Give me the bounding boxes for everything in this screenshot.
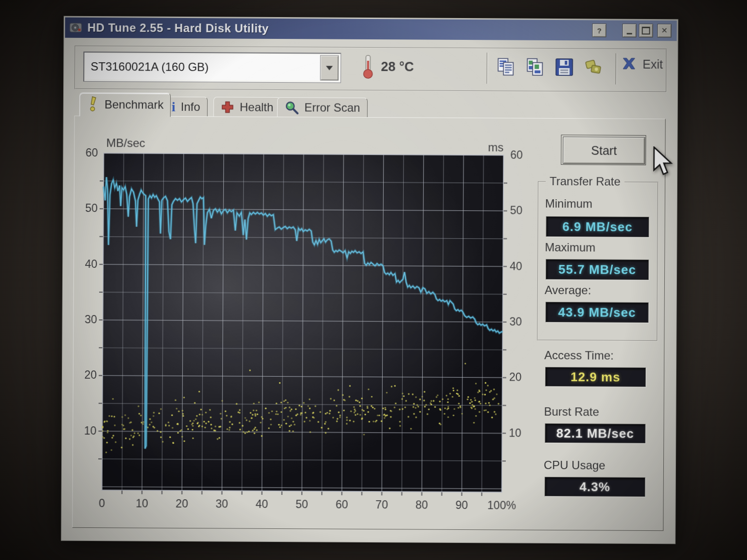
maximize-icon (642, 27, 650, 35)
tab-info[interactable]: i Info (164, 97, 208, 117)
hdtune-window: HD Tune 2.55 - Hard Disk Utility ? ✕ ST3… (61, 16, 678, 544)
x-tick: 100% (485, 499, 519, 512)
titlebar[interactable]: HD Tune 2.55 - Hard Disk Utility ? ✕ (65, 18, 677, 41)
burst-rate-value: 82.1 MB/sec (545, 423, 645, 443)
average-value: 43.9 MB/sec (546, 302, 649, 323)
left-tick: 50 (73, 202, 98, 215)
x-tick: 0 (85, 497, 119, 510)
info-icon: i (172, 100, 176, 114)
copy-image-button[interactable] (524, 56, 546, 78)
window-title: HD Tune 2.55 - Hard Disk Utility (88, 21, 269, 35)
exit-x-icon (621, 56, 637, 72)
x-tick: 80 (405, 498, 439, 511)
tab-label: Benchmark (105, 98, 164, 112)
x-tick: 70 (365, 498, 399, 511)
save-icon (554, 57, 574, 77)
access-time-label: Access Time: (544, 349, 614, 363)
minimize-icon (627, 33, 632, 34)
x-tick: 90 (445, 499, 479, 512)
x-tick: 50 (285, 498, 319, 511)
access-time-value: 12.9 ms (545, 367, 646, 387)
mouse-cursor (651, 146, 675, 177)
x-tick: 10 (125, 497, 159, 510)
average-label: Average: (545, 283, 591, 298)
maximum-label: Maximum (545, 241, 595, 255)
x-tick: 60 (325, 498, 359, 511)
left-tick: 30 (72, 313, 97, 326)
drive-selector-dropdown-button[interactable] (320, 55, 338, 80)
cpu-usage-value: 4.3% (545, 477, 645, 497)
x-tick: 40 (245, 498, 279, 511)
capture-button[interactable] (582, 56, 605, 78)
x-tick: 20 (165, 497, 199, 510)
tab-label: Error Scan (304, 101, 360, 115)
tab-error-scan[interactable]: Error Scan (277, 97, 368, 118)
drive-selector[interactable]: ST3160021A (160 GB) (83, 52, 341, 83)
left-tick: 60 (73, 146, 98, 159)
burst-rate-label: Burst Rate (544, 405, 600, 419)
left-axis-title: MB/sec (106, 136, 145, 150)
close-icon: ✕ (661, 27, 667, 35)
start-button[interactable]: Start (563, 137, 645, 164)
transfer-rate-title: Transfer Rate (546, 175, 624, 189)
right-tick: 60 (510, 149, 534, 162)
left-tick: 40 (73, 258, 97, 271)
exit-label: Exit (642, 57, 663, 71)
toolbar-separator (615, 53, 616, 85)
capture-icon (583, 57, 604, 77)
close-button[interactable]: ✕ (658, 24, 672, 37)
exit-button[interactable]: Exit (621, 56, 663, 72)
app-icon (69, 21, 83, 35)
bolt-icon (87, 96, 99, 113)
minimum-value: 6.9 MB/sec (546, 216, 649, 237)
minimize-button[interactable] (622, 24, 637, 37)
maximize-button[interactable] (639, 24, 653, 37)
minimum-label: Minimum (545, 197, 592, 211)
left-tick: 20 (72, 368, 97, 382)
thermometer-icon (359, 54, 376, 79)
drive-selector-value: ST3160021A (160 GB) (86, 54, 320, 81)
cpu-usage-label: CPU Usage (544, 458, 605, 472)
benchmark-chart (102, 153, 504, 492)
tab-label: Health (240, 101, 274, 114)
toolbar: ST3160021A (160 GB) 28 °C (74, 46, 667, 92)
tab-label: Info (181, 100, 200, 114)
save-button[interactable] (553, 56, 575, 78)
x-tick: 30 (205, 497, 239, 510)
maximum-value: 55.7 MB/sec (546, 259, 649, 280)
right-tick: 40 (510, 260, 534, 273)
right-tick: 20 (509, 371, 534, 384)
right-tick: 10 (509, 426, 533, 439)
health-cross-icon (221, 100, 234, 114)
copy-image-icon (525, 57, 545, 77)
temperature-value: 28 °C (381, 59, 414, 74)
toolbar-separator (486, 52, 487, 84)
right-tick: 30 (509, 315, 534, 329)
right-axis-title: ms (488, 140, 503, 154)
copy-text-button[interactable] (495, 55, 517, 78)
tab-benchmark[interactable]: Benchmark (79, 92, 171, 117)
chevron-down-icon (326, 66, 333, 70)
copy-text-icon (496, 56, 516, 77)
magnifier-icon (285, 100, 299, 115)
left-tick: 10 (72, 424, 96, 438)
start-button-frame: Start (561, 135, 646, 165)
right-tick: 50 (510, 204, 534, 217)
help-button[interactable]: ? (592, 23, 606, 37)
benchmark-panel: MB/sec ms 605040302010 605040302010 0102… (72, 116, 665, 531)
tab-health[interactable]: Health (213, 97, 281, 118)
